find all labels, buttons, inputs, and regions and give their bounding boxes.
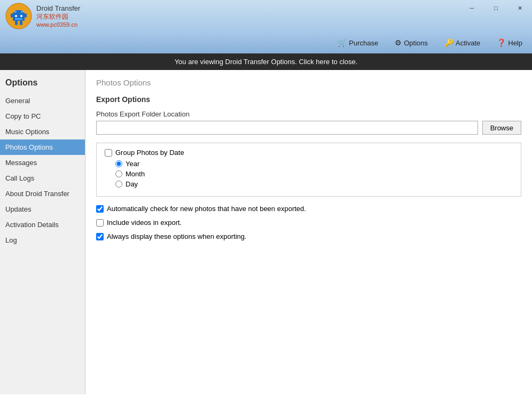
always-display-checkbox[interactable]: [96, 233, 104, 240]
sidebar-item-copy-to-pc[interactable]: Copy to PC: [0, 108, 85, 124]
svg-rect-11: [20, 21, 22, 25]
day-label[interactable]: Day: [126, 180, 138, 188]
month-radio-row: Month: [115, 170, 513, 178]
sidebar-item-photos-options[interactable]: Photos Options: [0, 139, 85, 155]
sidebar-header: Options: [0, 75, 85, 93]
sidebar-item-general-label: General: [5, 97, 30, 105]
date-radio-group: Year Month Day: [115, 160, 513, 188]
svg-point-4: [21, 11, 23, 13]
auto-check-checkbox[interactable]: [96, 205, 104, 213]
sidebar-item-log[interactable]: Log: [0, 232, 85, 248]
include-videos-checkbox[interactable]: [96, 219, 104, 227]
watermark-line1: 河东软件园: [36, 12, 80, 21]
content-title: Photos Options: [96, 78, 521, 87]
title-bar: Droid Transfer 河东软件园 www.pc0359.cn ─ □ ✕: [0, 0, 532, 32]
folder-label: Photos Export Folder Location: [96, 110, 521, 118]
help-label: Help: [508, 39, 522, 47]
close-button[interactable]: ✕: [508, 0, 532, 16]
sidebar-item-log-label: Log: [5, 236, 17, 244]
help-button[interactable]: ❓ Help: [492, 36, 527, 49]
sidebar-item-about-label: About Droid Transfer: [5, 190, 69, 198]
svg-rect-8: [11, 13, 13, 18]
month-label[interactable]: Month: [126, 170, 145, 178]
svg-rect-9: [25, 13, 27, 18]
options-button[interactable]: ⚙ Options: [390, 36, 432, 49]
activate-button[interactable]: 🔑 Activate: [440, 36, 484, 49]
toolbar: 🛒 Purchase ⚙ Options 🔑 Activate ❓ Help: [0, 32, 532, 53]
sidebar: Options General Copy to PC Music Options…: [0, 70, 85, 394]
sidebar-item-music-options[interactable]: Music Options: [0, 124, 85, 139]
group-photos-checkbox-row: Group Photos by Date: [105, 149, 513, 157]
maximize-button[interactable]: □: [484, 0, 508, 16]
sidebar-item-call-logs-label: Call Logs: [5, 174, 34, 182]
extra-checkboxes: Automatically check for new photos that …: [96, 205, 521, 243]
activate-label: Activate: [456, 39, 480, 47]
day-radio-row: Day: [115, 180, 513, 188]
title-bar-text: Droid Transfer 河东软件园 www.pc0359.cn: [36, 4, 80, 28]
options-icon: ⚙: [395, 38, 402, 47]
sidebar-item-updates-label: Updates: [5, 205, 31, 213]
group-by-date-box: Group Photos by Date Year Month Day: [96, 143, 521, 197]
notification-bar[interactable]: You are viewing Droid Transfer Options. …: [0, 53, 532, 70]
purchase-label: Purchase: [349, 39, 378, 47]
sidebar-item-photos-options-label: Photos Options: [5, 143, 53, 151]
auto-check-row: Automatically check for new photos that …: [96, 205, 521, 213]
purchase-button[interactable]: 🛒 Purchase: [333, 36, 382, 49]
auto-check-label[interactable]: Automatically check for new photos that …: [107, 205, 306, 213]
help-icon: ❓: [497, 38, 506, 47]
include-videos-row: Include videos in export.: [96, 219, 521, 227]
svg-rect-7: [15, 18, 22, 20]
sidebar-item-activation-label: Activation Details: [5, 221, 59, 229]
main-layout: Options General Copy to PC Music Options…: [0, 70, 532, 394]
section-title: Export Options: [96, 95, 521, 104]
folder-row: Browse: [96, 121, 521, 135]
app-logo: [5, 3, 32, 29]
sidebar-item-music-options-label: Music Options: [5, 128, 49, 136]
sidebar-item-messages[interactable]: Messages: [0, 155, 85, 170]
year-radio[interactable]: [115, 160, 122, 167]
watermark-line2: www.pc0359.cn: [36, 21, 80, 28]
month-radio[interactable]: [115, 170, 122, 177]
window-controls: ─ □ ✕: [460, 0, 532, 16]
always-display-label[interactable]: Always display these options when export…: [107, 232, 247, 240]
sidebar-item-copy-to-pc-label: Copy to PC: [5, 112, 41, 120]
svg-point-3: [14, 11, 17, 13]
purchase-icon: 🛒: [338, 38, 347, 47]
include-videos-label[interactable]: Include videos in export.: [107, 219, 182, 227]
always-display-row: Always display these options when export…: [96, 232, 521, 240]
group-by-date-checkbox[interactable]: [105, 149, 112, 157]
group-by-date-label[interactable]: Group Photos by Date: [115, 149, 184, 157]
sidebar-item-call-logs[interactable]: Call Logs: [0, 170, 85, 186]
day-radio[interactable]: [115, 181, 122, 188]
app-name: Droid Transfer: [36, 4, 80, 12]
minimize-button[interactable]: ─: [460, 0, 484, 16]
year-label[interactable]: Year: [126, 160, 139, 168]
sidebar-item-general[interactable]: General: [0, 93, 85, 108]
svg-point-5: [15, 15, 17, 17]
activate-icon: 🔑: [444, 38, 453, 47]
sidebar-item-messages-label: Messages: [5, 159, 37, 167]
browse-button[interactable]: Browse: [482, 121, 521, 135]
sidebar-item-activation[interactable]: Activation Details: [0, 217, 85, 232]
content-area: Photos Options Export Options Photos Exp…: [85, 70, 532, 394]
svg-point-6: [20, 15, 22, 17]
svg-rect-10: [15, 21, 18, 25]
sidebar-item-about[interactable]: About Droid Transfer: [0, 186, 85, 201]
notification-text: You are viewing Droid Transfer Options. …: [175, 58, 358, 66]
folder-input[interactable]: [96, 121, 478, 135]
options-label: Options: [404, 39, 428, 47]
year-radio-row: Year: [115, 160, 513, 168]
sidebar-item-updates[interactable]: Updates: [0, 201, 85, 217]
